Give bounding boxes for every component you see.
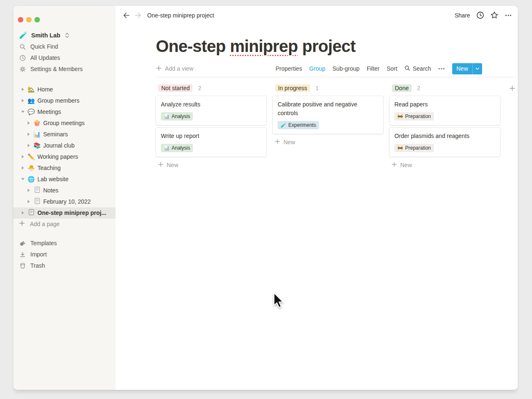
new-card-button[interactable]: New (156, 162, 266, 168)
share-button[interactable]: Share (455, 12, 470, 19)
column-header[interactable]: In progress 1 (273, 84, 383, 92)
journal-club-icon: 📚 (32, 142, 42, 149)
status-badge: Done (392, 84, 411, 92)
sidebar-item-quick-find[interactable]: Quick Find (13, 41, 116, 52)
filter-button[interactable]: Filter (367, 65, 379, 72)
caret-right-icon[interactable] (25, 200, 32, 204)
caret-right-icon[interactable] (25, 121, 32, 125)
new-card-button[interactable]: New (273, 139, 383, 145)
sidebar-item-import[interactable]: Import (13, 249, 116, 260)
group-meetings-icon: 🍿 (32, 120, 42, 126)
construction-icon: 🚧 (397, 145, 403, 150)
caret-right-icon[interactable] (25, 188, 32, 192)
sidebar-item-meetings[interactable]: 💬 Meetings (13, 106, 116, 118)
sidebar-item-one-step-miniprep-project[interactable]: One-step miniprep proj... (13, 207, 116, 219)
add-page-button[interactable]: Add a page (13, 219, 116, 230)
sidebar-item-working-papers[interactable]: ✏️ Working papers (13, 151, 116, 163)
group-button[interactable]: Group (309, 65, 325, 72)
test-tube-icon: 🧪 (281, 123, 286, 128)
back-arrow-icon[interactable] (123, 12, 130, 19)
page-title[interactable]: One-step miniprep project (156, 36, 482, 56)
board-card[interactable]: Read papers 🚧 Preparation (389, 96, 500, 125)
more-options-icon[interactable] (505, 12, 512, 19)
clock-icon (19, 55, 26, 61)
window-controls (13, 6, 116, 22)
sidebar-item-journal-club[interactable]: 📚 Journal club (13, 140, 116, 151)
sidebar-page-tree: 🏡 Home 👥 Group members 💬 Meetings 🍿 Gro (13, 84, 116, 230)
board-column-done: Done 2 Read papers 🚧 Preparation Order p… (389, 84, 500, 168)
sidebar-item-label: All Updates (30, 54, 60, 61)
properties-button[interactable]: Properties (276, 65, 302, 72)
seminars-icon: 📊 (32, 131, 42, 138)
sidebar-item-february-10-2022[interactable]: February 10, 2022 (13, 196, 116, 207)
sidebar-item-group-meetings[interactable]: 🍿 Group meetings (13, 118, 116, 129)
sidebar-item-all-updates[interactable]: All Updates (13, 52, 116, 64)
caret-right-icon[interactable] (19, 155, 27, 159)
workspace-switch-icon (65, 32, 69, 38)
caret-right-icon[interactable] (25, 143, 32, 148)
import-icon (19, 251, 26, 258)
caret-right-icon[interactable] (25, 132, 32, 136)
plus-icon (19, 220, 25, 228)
favorite-star-icon[interactable] (490, 11, 498, 19)
toolbar-divider (156, 77, 516, 77)
subgroup-button[interactable]: Sub-group (332, 65, 360, 72)
column-header[interactable]: Not started 2 (156, 84, 266, 92)
screen: 🧪 Smith Lab Quick Find All Updates (0, 0, 532, 399)
sidebar-item-lab-website[interactable]: 🌐 Lab website (13, 174, 116, 185)
add-view-button[interactable]: Add a view (156, 65, 193, 72)
board-card[interactable]: Calibrate positive and negative controls… (273, 96, 383, 134)
updates-clock-icon[interactable] (476, 11, 484, 19)
sidebar-footer: Templates Import Trash (13, 238, 116, 271)
page-icon (27, 209, 36, 217)
workspace-switcher[interactable]: 🧪 Smith Lab (13, 30, 116, 41)
teaching-icon: 🐣 (27, 165, 36, 171)
caret-down-icon[interactable] (19, 177, 27, 181)
caret-right-icon[interactable] (19, 87, 27, 91)
tag-preparation: 🚧 Preparation (394, 112, 434, 121)
caret-right-icon[interactable] (19, 99, 27, 103)
column-header[interactable]: Done 2 (389, 84, 500, 92)
tag-analysis: 📊 Analysis (161, 112, 193, 121)
board-card[interactable]: Write up report 📊 Analysis (156, 128, 266, 157)
plus-icon (275, 139, 280, 145)
plus-icon (392, 162, 397, 168)
new-dropdown-chevron-icon[interactable] (472, 63, 482, 74)
sidebar-item-home[interactable]: 🏡 Home (13, 84, 116, 95)
new-card-button[interactable]: New (389, 162, 500, 168)
topbar: One-step miniprep project Share (116, 6, 518, 25)
working-papers-icon: ✏️ (27, 153, 36, 160)
caret-right-icon[interactable] (19, 211, 27, 215)
sidebar-item-group-members[interactable]: 👥 Group members (13, 95, 116, 106)
sidebar-item-trash[interactable]: Trash (13, 260, 116, 271)
zoom-window-button[interactable] (34, 17, 40, 22)
sidebar-item-seminars[interactable]: 📊 Seminars (13, 129, 116, 140)
sidebar: 🧪 Smith Lab Quick Find All Updates (13, 6, 116, 390)
group-members-icon: 👥 (27, 97, 36, 104)
sidebar-item-teaching[interactable]: 🐣 Teaching (13, 163, 116, 174)
caret-down-icon[interactable] (19, 110, 27, 113)
meetings-icon: 💬 (27, 108, 36, 115)
board-card[interactable]: Analyze results 📊 Analysis (156, 96, 266, 125)
minimize-window-button[interactable] (26, 17, 32, 22)
new-button[interactable]: New (452, 63, 482, 74)
templates-icon (19, 240, 26, 246)
board-card[interactable]: Order plasmids and reagents 🚧 Preparatio… (389, 128, 500, 157)
page-icon (32, 198, 42, 205)
toolbar-more-icon[interactable]: ••• (438, 66, 445, 72)
workspace-name: Smith Lab (31, 32, 60, 39)
breadcrumb[interactable]: One-step miniprep project (147, 12, 214, 19)
sort-button[interactable]: Sort (387, 65, 397, 72)
sidebar-item-label: Settings & Members (30, 66, 83, 72)
sidebar-item-templates[interactable]: Templates (13, 238, 116, 249)
sidebar-item-settings-members[interactable]: Settings & Members (13, 64, 116, 75)
column-count: 2 (198, 85, 201, 91)
sidebar-item-notes[interactable]: Notes (13, 185, 116, 196)
caret-right-icon[interactable] (19, 166, 27, 170)
plus-icon (158, 162, 163, 168)
forward-arrow-icon[interactable] (134, 12, 142, 19)
close-window-button[interactable] (18, 17, 23, 22)
add-group-button[interactable] (509, 85, 515, 91)
search-button[interactable]: Search (404, 65, 431, 72)
lab-website-icon: 🌐 (27, 176, 36, 182)
